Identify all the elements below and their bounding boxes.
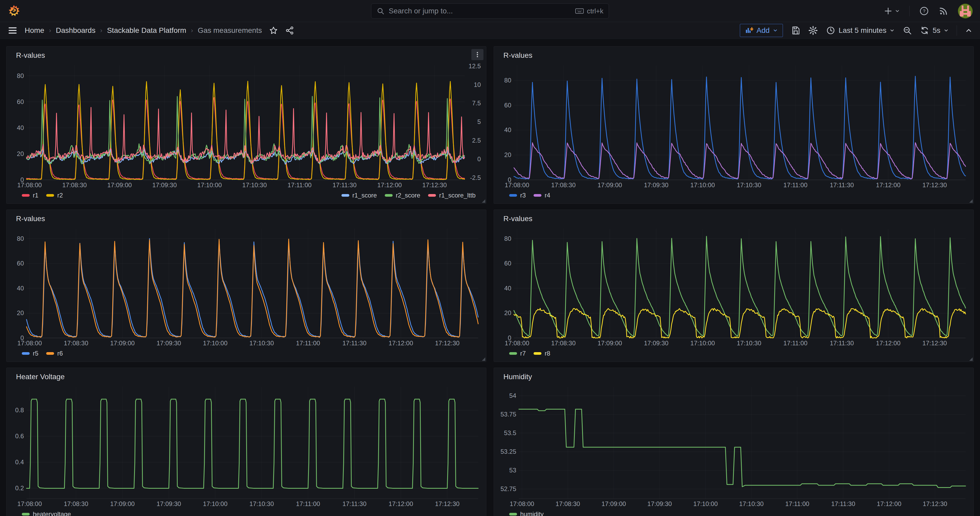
breadcrumb-current: Gas measurements xyxy=(198,26,262,35)
chart-canvas[interactable]: 02040608017:08:0017:08:3017:09:0017:09:3… xyxy=(498,62,970,190)
chart-canvas[interactable]: 52.755353.2553.553.755417:08:0017:08:301… xyxy=(498,384,970,508)
panel-title[interactable]: R-values xyxy=(16,51,45,60)
chart-canvas[interactable]: 0.20.40.60.817:08:0017:08:3017:09:0017:0… xyxy=(10,384,482,508)
search-input[interactable]: Search or jump to... ctrl+k xyxy=(371,3,609,19)
divider xyxy=(909,6,910,16)
legend-item-r1_score_lttb[interactable]: r1_score_lttb xyxy=(428,192,476,199)
news-button[interactable] xyxy=(939,6,948,16)
panel-r-values-2: R-values02040608017:08:0017:08:3017:09:0… xyxy=(6,210,486,362)
y-axis-tick-label: 80 xyxy=(504,235,511,242)
series-humidity xyxy=(519,409,966,487)
collapse-toolbar-icon[interactable] xyxy=(965,27,973,34)
x-axis-tick-label: 17:10:30 xyxy=(242,182,267,188)
legend-label: r1 xyxy=(33,192,38,199)
help-button[interactable]: ? xyxy=(919,6,929,16)
hamburger-menu-icon[interactable] xyxy=(7,25,18,36)
x-axis-tick-label: 17:08:30 xyxy=(555,500,580,507)
panel-r-values-1: R-values02040608017:08:0017:08:3017:09:0… xyxy=(494,46,974,204)
add-button[interactable]: Add xyxy=(740,24,783,37)
legend-group: r3r4 xyxy=(509,192,550,199)
panel-plot-area[interactable]: 02040608017:08:0017:08:3017:09:0017:09:3… xyxy=(498,226,970,347)
breadcrumb-folder[interactable]: Stackable Data Platform xyxy=(107,26,186,35)
grafana-logo[interactable] xyxy=(7,5,21,18)
panel-header: R-values xyxy=(498,212,970,226)
search-icon xyxy=(377,7,385,15)
panel-title[interactable]: Humidity xyxy=(503,373,532,381)
x-axis-tick-label: 17:11:00 xyxy=(783,339,808,347)
time-range-picker[interactable]: Last 5 minutes xyxy=(826,26,895,35)
legend-label: r3 xyxy=(520,192,526,199)
legend-swatch xyxy=(46,194,54,197)
share-icon[interactable] xyxy=(285,26,294,35)
legend-swatch xyxy=(22,352,30,355)
breadcrumb-separator: › xyxy=(100,27,102,34)
panel-title[interactable]: Heater Voltage xyxy=(16,373,65,381)
y-axis-tick-label: 53 xyxy=(509,467,516,474)
panel-title[interactable]: R-values xyxy=(16,215,45,223)
save-icon[interactable] xyxy=(791,26,800,35)
legend-label: humidity xyxy=(520,511,544,516)
panel-plot-area[interactable]: 02040608017:08:0017:08:3017:09:0017:09:3… xyxy=(10,226,482,347)
chart-canvas[interactable]: 02040608012.5107.552.50-2.517:08:0017:08… xyxy=(10,62,482,190)
x-axis-tick-label: 17:12:00 xyxy=(877,500,901,507)
y-axis-tick-label: 40 xyxy=(504,285,511,292)
y-axis-tick-label: 60 xyxy=(17,260,24,267)
chart-canvas[interactable]: 02040608017:08:0017:08:3017:09:0017:09:3… xyxy=(498,226,970,347)
legend-swatch xyxy=(509,194,517,197)
new-button[interactable] xyxy=(884,6,900,16)
breadcrumb-home[interactable]: Home xyxy=(25,26,45,35)
panel-header: R-values xyxy=(10,49,482,62)
panel-plot-area[interactable]: 0.20.40.60.817:08:0017:08:3017:09:0017:0… xyxy=(10,384,482,508)
y-axis-tick-label: 0.8 xyxy=(15,406,24,414)
panel-title[interactable]: R-values xyxy=(503,51,532,60)
rss-icon xyxy=(939,6,948,16)
legend-item-heatervoltage[interactable]: heatervoltage xyxy=(22,511,71,516)
panel-menu-button[interactable] xyxy=(471,49,484,60)
zoom-out-icon[interactable] xyxy=(902,26,912,35)
chevron-down-icon xyxy=(889,28,895,33)
legend-item-r1[interactable]: r1 xyxy=(22,192,38,199)
panel-plot-area[interactable]: 52.755353.2553.553.755417:08:0017:08:301… xyxy=(498,384,970,508)
legend-item-r2[interactable]: r2 xyxy=(46,192,63,199)
panel-legend: r3r4 xyxy=(498,190,970,201)
x-axis-tick-label: 17:08:30 xyxy=(551,339,576,347)
legend-item-r4[interactable]: r4 xyxy=(534,192,550,199)
y-axis-tick-label: 60 xyxy=(504,260,511,267)
y-axis-tick-label: 40 xyxy=(504,126,511,134)
legend-item-r5[interactable]: r5 xyxy=(22,350,38,357)
refresh-picker[interactable]: 5s xyxy=(920,26,949,35)
legend-item-r8[interactable]: r8 xyxy=(534,350,550,357)
panel-title[interactable]: R-values xyxy=(503,215,532,223)
x-axis-tick-label: 17:12:00 xyxy=(876,339,900,347)
x-axis-tick-label: 17:11:30 xyxy=(830,339,854,347)
y-axis-tick-label: 53.75 xyxy=(501,411,516,418)
x-axis-tick-label: 17:09:30 xyxy=(644,182,668,188)
breadcrumb-dashboards[interactable]: Dashboards xyxy=(56,26,95,35)
chevron-down-icon xyxy=(895,8,900,14)
chart-canvas[interactable]: 02040608017:08:0017:08:3017:09:0017:09:3… xyxy=(10,226,482,347)
legend-item-r2_score[interactable]: r2_score xyxy=(385,192,420,199)
x-axis-tick-label: 17:09:30 xyxy=(152,182,177,188)
legend-item-r7[interactable]: r7 xyxy=(509,350,526,357)
y-axis-tick-label: 20 xyxy=(17,150,24,157)
x-axis-tick-label: 17:10:30 xyxy=(737,182,761,188)
panel-legend: r7r8 xyxy=(498,347,970,360)
y-axis-tick-label: 80 xyxy=(504,77,511,84)
legend-swatch xyxy=(22,194,30,197)
panel-plot-area[interactable]: 02040608012.5107.552.50-2.517:08:0017:08… xyxy=(10,62,482,190)
user-avatar[interactable] xyxy=(958,4,973,18)
legend-item-humidity[interactable]: humidity xyxy=(509,511,544,516)
x-axis-tick-label: 17:12:00 xyxy=(377,182,402,188)
legend-swatch xyxy=(534,194,541,197)
legend-item-r3[interactable]: r3 xyxy=(509,192,526,199)
legend-label: heatervoltage xyxy=(33,511,71,516)
top-nav: Search or jump to... ctrl+k ? xyxy=(0,0,980,22)
panel-header: R-values xyxy=(10,212,482,226)
legend-swatch xyxy=(22,513,30,516)
legend-item-r6[interactable]: r6 xyxy=(46,350,63,357)
panel-plot-area[interactable]: 02040608017:08:0017:08:3017:09:0017:09:3… xyxy=(498,62,970,190)
settings-gear-icon[interactable] xyxy=(808,25,818,35)
star-icon[interactable] xyxy=(269,26,278,35)
legend-item-r1_score[interactable]: r1_score xyxy=(342,192,377,199)
y-axis-tick-label: 54 xyxy=(509,392,516,399)
